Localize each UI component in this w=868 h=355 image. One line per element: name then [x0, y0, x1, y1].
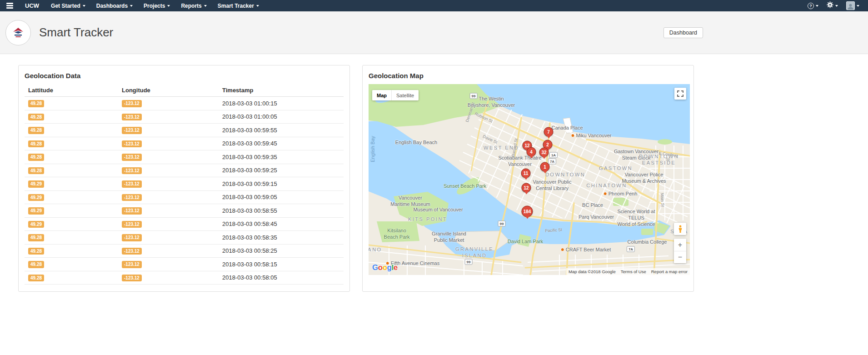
timestamp-cell: 2018-03-03 01:00:05 [219, 110, 344, 124]
table-row: 49.29-123.122018-03-03 00:58:55 [25, 204, 344, 218]
menu-icon[interactable] [5, 1, 17, 10]
nav-item-projects[interactable]: Projects [138, 0, 175, 11]
latitude-badge: 49.28 [28, 114, 44, 121]
ucw-logo-icon [10, 25, 26, 40]
longitude-cell: -123.12 [118, 217, 219, 231]
longitude-badge: -123.12 [122, 207, 142, 215]
timestamp-cell: 2018-03-03 00:59:05 [219, 190, 344, 204]
latitude-cell: 49.28 [25, 137, 118, 150]
latitude-cell: 49.28 [25, 110, 118, 124]
timestamp-cell: 2018-03-03 00:59:35 [219, 150, 344, 164]
help-icon: ? [808, 3, 814, 9]
latitude-cell: 49.28 [25, 244, 118, 258]
longitude-cell: -123.12 [118, 137, 219, 150]
table-row: 49.28-123.122018-03-03 00:58:25 [25, 244, 344, 258]
latitude-cell: 49.28 [25, 124, 118, 137]
latitude-badge: 49.28 [28, 261, 44, 268]
zoom-in-button[interactable]: + [674, 239, 686, 251]
longitude-badge: -123.12 [122, 234, 142, 241]
page-title: Smart Tracker [39, 25, 113, 40]
zoom-control: + − [674, 239, 686, 263]
main-content: Geolocation Data LattitudeLongitudeTimes… [0, 54, 703, 292]
nav-item-label: Reports [181, 3, 201, 9]
geolocation-data-card: Geolocation Data LattitudeLongitudeTimes… [18, 65, 350, 292]
geolocation-map-card: Geolocation Map [362, 65, 694, 292]
nav-item-reports[interactable]: Reports [175, 0, 212, 11]
longitude-cell: -123.12 [118, 271, 219, 285]
user-menu[interactable] [842, 1, 863, 10]
column-header-lattitude: Lattitude [25, 84, 118, 97]
longitude-badge: -123.12 [122, 100, 142, 107]
table-row: 49.28-123.122018-03-03 01:00:05 [25, 110, 344, 124]
table-row: 49.28-123.122018-03-03 00:59:35 [25, 150, 344, 164]
help-menu[interactable]: ? [803, 3, 823, 9]
map-marker-cluster[interactable]: 184 [522, 206, 533, 217]
pegman-control[interactable] [674, 223, 686, 235]
map-type-control: Map Satellite [372, 90, 419, 100]
map-marker-cluster[interactable]: 32 [539, 148, 549, 157]
longitude-badge: -123.12 [122, 261, 142, 268]
latitude-badge: 49.29 [28, 194, 44, 201]
latitude-badge: 49.28 [28, 234, 44, 241]
map-type-satellite-button[interactable]: Satellite [391, 90, 419, 100]
nav-item-label: Projects [144, 3, 165, 9]
timestamp-cell: 2018-03-03 00:58:15 [219, 258, 344, 271]
timestamp-cell: 2018-03-03 01:00:15 [219, 97, 344, 110]
dashboard-button[interactable]: Dashboard [663, 27, 703, 38]
fullscreen-button[interactable] [674, 88, 686, 100]
timestamp-cell: 2018-03-03 00:59:45 [219, 137, 344, 150]
map-marker-cluster[interactable]: 7 [544, 127, 554, 137]
timestamp-cell: 2018-03-03 00:58:55 [219, 204, 344, 218]
longitude-badge: -123.12 [122, 140, 142, 148]
nav-item-get-started[interactable]: Get Started [45, 0, 91, 11]
map-markers-layer: 721243211112184 [369, 84, 690, 275]
app-logo [5, 20, 31, 45]
chevron-down-icon [204, 5, 207, 7]
longitude-cell: -123.12 [118, 244, 219, 258]
zoom-out-button[interactable]: − [674, 251, 686, 263]
table-row: 49.28-123.122018-03-03 00:59:45 [25, 137, 344, 150]
timestamp-cell: 2018-03-03 00:58:25 [219, 244, 344, 258]
latitude-badge: 49.28 [28, 127, 44, 134]
nav-item-dashboards[interactable]: Dashboards [91, 0, 138, 11]
map-type-map-button[interactable]: Map [372, 90, 391, 100]
longitude-badge: -123.12 [122, 221, 142, 228]
settings-menu[interactable] [823, 1, 842, 10]
latitude-cell: 49.28 [25, 150, 118, 164]
page-header: Smart Tracker Dashboard [0, 11, 868, 54]
report-map-error-link[interactable]: Report a map error [651, 269, 688, 274]
map-marker-cluster[interactable]: 1 [540, 162, 550, 172]
table-row: 49.28-123.122018-03-03 00:58:05 [25, 271, 344, 285]
table-row: 49.28-123.122018-03-03 00:58:35 [25, 231, 344, 245]
latitude-cell: 49.29 [25, 190, 118, 204]
latitude-badge: 49.29 [28, 180, 44, 188]
latitude-cell: 49.29 [25, 204, 118, 218]
longitude-badge: -123.12 [122, 180, 142, 188]
geolocation-data-title: Geolocation Data [25, 72, 344, 80]
chevron-down-icon [130, 5, 133, 7]
brand-link[interactable]: UCW [17, 2, 45, 9]
map-marker-cluster[interactable]: 11 [521, 169, 531, 178]
longitude-badge: -123.12 [122, 194, 142, 201]
map-marker-cluster[interactable]: 4 [527, 147, 536, 157]
latitude-cell: 49.28 [25, 164, 118, 177]
map-marker-cluster[interactable]: 12 [522, 183, 531, 193]
longitude-cell: -123.12 [118, 204, 219, 218]
geolocation-table: LattitudeLongitudeTimestamp 49.28-123.12… [25, 84, 344, 285]
nav-item-smart-tracker[interactable]: Smart Tracker [212, 0, 264, 11]
map-attribution: Map data ©2018 Google Terms of Use Repor… [566, 268, 690, 275]
table-row: 49.28-123.122018-03-03 00:59:55 [25, 124, 344, 137]
longitude-badge: -123.12 [122, 248, 142, 255]
chevron-down-icon [256, 5, 259, 7]
longitude-cell: -123.12 [118, 164, 219, 177]
longitude-cell: -123.12 [118, 231, 219, 245]
google-map[interactable]: The Westin Bayshore, VancouverCanada Pla… [369, 84, 690, 275]
chevron-down-icon [816, 5, 818, 7]
terms-of-use-link[interactable]: Terms of Use [621, 269, 646, 274]
timestamp-cell: 2018-03-03 00:59:25 [219, 164, 344, 177]
longitude-cell: -123.12 [118, 190, 219, 204]
latitude-badge: 49.28 [28, 140, 44, 148]
latitude-cell: 49.29 [25, 177, 118, 191]
latitude-badge: 49.29 [28, 207, 44, 215]
longitude-badge: -123.12 [122, 127, 142, 134]
